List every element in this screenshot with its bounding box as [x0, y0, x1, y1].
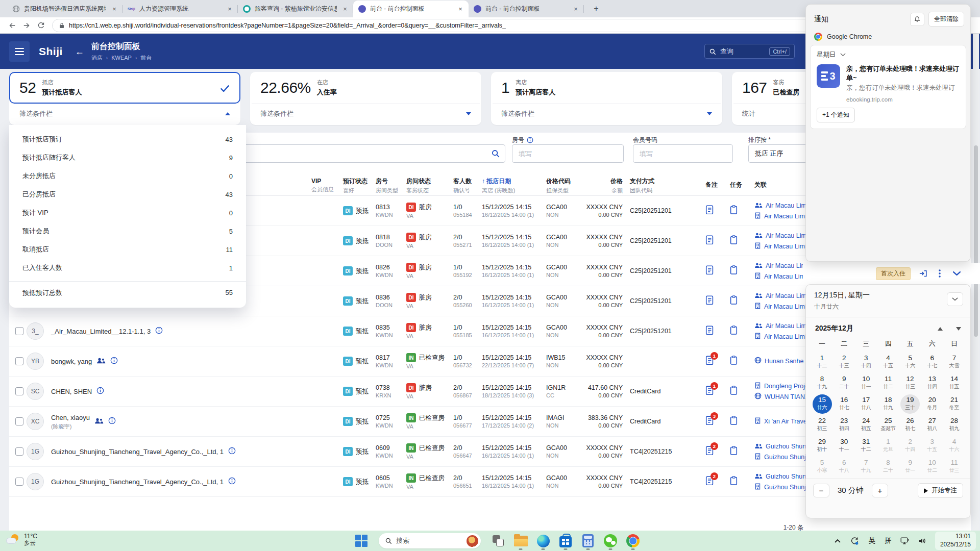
- task-view-button[interactable]: [487, 531, 509, 551]
- calendar-day[interactable]: 16廿七: [833, 393, 855, 414]
- calendar-day[interactable]: 3十五: [921, 435, 943, 456]
- file-explorer-button[interactable]: [509, 531, 532, 551]
- close-tab-icon[interactable]: ×: [456, 5, 464, 13]
- breadcrumb-hotel[interactable]: 酒店: [91, 54, 103, 62]
- browser-tab-2[interactable]: Shiji人力资源管理系统×: [122, 1, 238, 17]
- wechat-button[interactable]: [599, 531, 622, 551]
- info-icon[interactable]: [527, 137, 533, 143]
- start-button[interactable]: [350, 531, 373, 551]
- browser-tab-3[interactable]: 旅客查询 - 紫楠旅馆业治安信息管×: [238, 1, 353, 17]
- notification-group[interactable]: 星期日: [817, 51, 960, 59]
- calendar-day[interactable]: 5小寒: [811, 456, 833, 477]
- column-header[interactable]: 备注: [705, 181, 730, 190]
- calendar-day[interactable]: 3十四: [855, 352, 877, 372]
- breadcrumb-property[interactable]: KWEAP: [111, 55, 132, 61]
- note-icon[interactable]: 3: [705, 416, 714, 425]
- calendar-day[interactable]: 20冬月: [921, 393, 943, 414]
- filter-bar-toggle[interactable]: 筛选条件栏: [250, 104, 481, 123]
- dropdown-item[interactable]: 预计抵店随行客人9: [9, 148, 246, 167]
- calendar-day[interactable]: 31十二: [855, 435, 877, 456]
- hidden-icons-chevron[interactable]: [831, 534, 844, 548]
- calendar-day[interactable]: 29初十: [811, 435, 833, 456]
- clear-all-button[interactable]: 全部清除: [928, 12, 964, 27]
- close-tab-icon[interactable]: ×: [341, 5, 349, 13]
- calendar-next-icon[interactable]: [956, 327, 961, 331]
- check-in-drawer-icon[interactable]: [919, 270, 927, 277]
- notification-settings-icon[interactable]: [910, 13, 924, 26]
- calendar-day[interactable]: 17廿八: [855, 393, 877, 414]
- note-icon[interactable]: 1: [705, 386, 714, 395]
- calendar-day[interactable]: 13廿四: [921, 372, 943, 393]
- dropdown-item[interactable]: 已分房抵店43: [9, 185, 246, 204]
- calendar-day[interactable]: 2十四: [899, 435, 921, 456]
- calendar-day[interactable]: 7十九: [855, 456, 877, 477]
- calendar-day[interactable]: 6十七: [921, 352, 943, 372]
- taskbar-search[interactable]: 搜索: [379, 533, 481, 548]
- edge-button[interactable]: [532, 531, 554, 551]
- browser-tab-4[interactable]: 前台 - 前台控制面板×: [353, 1, 469, 17]
- dropdown-item[interactable]: 未分房抵店0: [9, 167, 246, 185]
- calendar-day[interactable]: 19三十: [899, 393, 921, 414]
- taskbar-weather[interactable]: 11°C 多云: [6, 533, 37, 547]
- row-checkbox[interactable]: [15, 478, 23, 486]
- info-icon[interactable]: [96, 387, 104, 396]
- filter-bar-toggle[interactable]: 筛选条件栏: [491, 104, 722, 123]
- row-checkbox[interactable]: [15, 327, 23, 335]
- kebab-menu-icon[interactable]: [939, 269, 941, 278]
- calendar-day[interactable]: 1十二: [811, 352, 833, 372]
- calendar-day[interactable]: 7大雪: [943, 352, 965, 372]
- focus-increase-button[interactable]: +: [872, 484, 888, 497]
- task-clipboard-icon[interactable]: [730, 325, 738, 335]
- reload-icon[interactable]: [34, 18, 48, 33]
- note-icon[interactable]: [705, 235, 714, 245]
- calendar-day[interactable]: 9二十: [833, 372, 855, 393]
- task-clipboard-icon[interactable]: [730, 205, 738, 214]
- volume-icon[interactable]: [916, 534, 929, 548]
- calendar-day[interactable]: 5十六: [899, 352, 921, 372]
- calendar-prev-icon[interactable]: [938, 327, 943, 331]
- forward-icon[interactable]: [19, 18, 34, 33]
- calendar-day[interactable]: 25圣诞节: [877, 414, 899, 435]
- note-icon[interactable]: [705, 295, 714, 305]
- filter-bar-toggle[interactable]: 筛选条件栏: [9, 104, 240, 123]
- row-checkbox[interactable]: [15, 357, 23, 365]
- dropdown-item[interactable]: 取消抵店11: [9, 240, 246, 259]
- close-tab-icon[interactable]: ×: [572, 5, 580, 13]
- browser-tab-5[interactable]: 前台 - 前台控制面板×: [469, 1, 584, 17]
- calendar-day[interactable]: 4十六: [943, 435, 965, 456]
- scrollbar-thumb[interactable]: [974, 145, 978, 337]
- note-icon[interactable]: [705, 325, 714, 335]
- notification-card[interactable]: 星期日 3 亲，您有订单未处理哦！求速来处理订单~ 亲，您有订单未处理哦！求速来…: [810, 45, 966, 129]
- calendar-day[interactable]: 21冬至: [943, 393, 965, 414]
- info-icon[interactable]: [228, 477, 236, 487]
- task-clipboard-icon[interactable]: [730, 446, 738, 455]
- task-clipboard-icon[interactable]: [730, 476, 738, 485]
- search-icon[interactable]: [491, 149, 500, 160]
- calendar-day[interactable]: 28初九: [943, 414, 965, 435]
- dropdown-item[interactable]: 预计会员5: [9, 222, 246, 240]
- row-checkbox[interactable]: [15, 417, 23, 425]
- calendar-day[interactable]: 8二十: [877, 456, 899, 477]
- chrome-button[interactable]: [622, 531, 644, 551]
- collapse-chevron-icon[interactable]: [953, 271, 961, 276]
- note-icon[interactable]: 2: [705, 476, 714, 486]
- calendar-collapse-button[interactable]: [947, 292, 963, 306]
- calendar-day[interactable]: 9廿一: [899, 456, 921, 477]
- column-header[interactable]: 价格余额: [579, 177, 630, 194]
- column-header[interactable]: 预订状态喜好: [343, 177, 376, 194]
- room-number-input[interactable]: [512, 144, 624, 163]
- dropdown-item[interactable]: 预计 VIP0: [9, 204, 246, 222]
- row-checkbox[interactable]: [15, 447, 23, 456]
- column-header[interactable]: 任务: [730, 181, 754, 190]
- start-focus-button[interactable]: 开始专注: [918, 483, 963, 498]
- column-header[interactable]: 支付方式团队代码: [630, 177, 705, 194]
- calendar-day[interactable]: 6十八: [833, 456, 855, 477]
- calendar-day[interactable]: 14廿五: [943, 372, 965, 393]
- calendar-day[interactable]: 4十五: [877, 352, 899, 372]
- calendar-day[interactable]: 10廿二: [921, 456, 943, 477]
- calendar-day[interactable]: 27初八: [921, 414, 943, 435]
- browser-tab-1[interactable]: 贵阳机场智选假日酒店系统网址导×: [7, 1, 122, 17]
- column-header[interactable]: VIP会员信息: [311, 178, 343, 193]
- dropdown-item[interactable]: 预计抵店预订43: [9, 130, 246, 148]
- calculator-button[interactable]: [577, 531, 599, 551]
